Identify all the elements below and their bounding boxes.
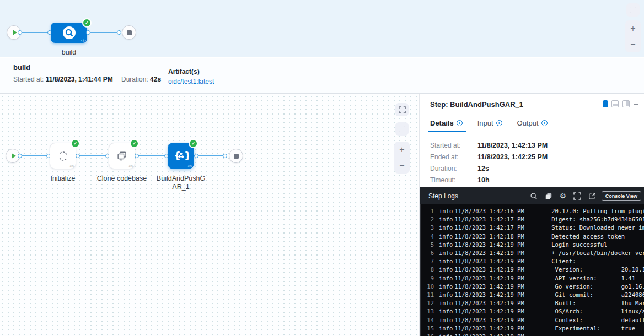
success-badge [83,19,90,26]
log-row: 12info11/8/2023 1:42:19 PM Built: Thu Ma… [422,299,644,307]
info-icon[interactable] [496,120,502,126]
step-node-clone-codebase[interactable] [109,143,135,169]
open-external-icon[interactable] [588,192,596,200]
panel-title: Step: BuildAndPushGAR_1 [430,100,523,109]
log-msg: API version: 1.41 [551,274,635,283]
detail-value: 11/8/2023, 1:42:13 PM [477,142,644,149]
tab-input[interactable]: Input [477,114,502,132]
log-lvl: info [439,316,453,324]
tab-output[interactable]: Output [517,114,548,132]
tab-details[interactable]: Details [430,114,463,132]
stage-summary-title: build [13,63,30,72]
duration-label: Duration: [121,75,150,83]
log-ln: 5 [422,241,434,249]
log-ts: 11/8/2023 1:42:16 PM [454,207,528,215]
log-lvl: info [439,215,453,224]
success-badge [131,140,138,147]
log-msg: + /usr/local/bin/docker version [551,249,644,257]
fullscreen-icon[interactable] [573,192,581,200]
zoom-out-button[interactable]: − [630,40,635,49]
log-row: 15info11/8/2023 1:42:19 PM Experimental:… [422,324,644,333]
settings-gear-icon[interactable]: ⚙ [560,192,566,199]
copy-icon[interactable] [545,192,552,200]
marquee-select-button[interactable] [626,3,640,17]
pipeline-end-node[interactable] [122,25,136,40]
fullscreen-icon [399,106,406,113]
log-msg: Detected access token [551,232,625,241]
search-icon[interactable] [530,192,538,200]
log-ts: 11/8/2023 1:42:19 PM [454,249,528,257]
zoom-in-button[interactable]: + [630,24,635,33]
stage-node-build[interactable] [51,23,87,43]
connector-port [76,154,80,158]
info-icon[interactable] [457,120,463,126]
canvas-fullscreen-button[interactable] [395,103,409,116]
connector-port [223,154,227,158]
log-ln: 1 [422,207,434,215]
layout-side-panel-icon[interactable] [622,100,630,107]
step-details-panel: Step: BuildAndPushGAR_1 Details Input Ou… [419,94,644,336]
log-msg: OS/Arch: linux/amd64 [551,307,644,316]
canvas-zoom-controls: + − [394,142,410,174]
console-view-button[interactable]: Console View [602,191,641,201]
log-lvl: info [439,307,453,316]
panel-layout-controls [603,100,638,107]
log-lvl: info [439,324,453,333]
log-lvl: info [439,265,453,274]
step-label-initialize: Initialize [30,175,96,183]
log-msg: 20.17.0: Pulling from plugins/gar [551,207,644,215]
step-node-initialize[interactable] [50,143,76,169]
step-node-buildandpushgar[interactable]: { } [168,143,194,169]
log-msg: Go version: go1.16.15 [551,283,644,291]
tab-input-label: Input [477,119,493,127]
log-msg: Digest: sha256:b7d9434b65010f038f8ec [551,215,644,224]
log-ts: 11/8/2023 1:42:19 PM [454,291,528,299]
log-rows[interactable]: 1info11/8/2023 1:42:16 PM20.17.0: Pullin… [420,204,644,336]
log-lvl: info [439,333,453,336]
log-ln: 12 [422,299,434,307]
artifact-link[interactable]: oidc/test1:latest [168,78,214,85]
code-glyph-icon [69,164,74,168]
log-ts: 11/8/2023 1:42:18 PM [454,232,528,241]
detail-value: 10h [477,176,644,184]
step-logs-header: Step Logs ⚙ [420,187,644,204]
layout-right-panel-icon[interactable] [603,100,608,107]
log-ln: 9 [422,274,434,283]
tab-output-label: Output [517,119,539,127]
detail-label: Duration: [430,165,477,172]
play-icon [13,30,17,35]
log-lvl: info [439,232,453,241]
detail-value: 11/8/2023, 1:42:25 PM [477,153,644,161]
pipeline-canvas[interactable]: Initialize Clone codebase { } BuildAndPu… [0,94,418,336]
zoom-in-button[interactable]: + [399,145,404,154]
log-lvl: info [439,299,453,307]
play-icon [12,153,16,159]
info-icon[interactable] [541,120,548,126]
stage-label: build [51,48,87,56]
log-msg: Experimental: true [551,324,635,333]
zoom-out-button[interactable]: − [399,161,404,170]
build-stage-icon [63,26,76,39]
log-msg: Status: Downloaded newer image for p [551,224,644,232]
steps-end-node[interactable] [229,149,243,163]
log-ts: 11/8/2023 1:42:19 PM [454,274,528,283]
log-ln: 6 [422,249,434,257]
log-ln: 15 [422,324,434,333]
minimize-panel-icon[interactable] [634,104,638,105]
log-row: 2info11/8/2023 1:42:17 PMDigest: sha256:… [422,215,644,224]
success-badge [190,140,197,147]
log-row: 5info11/8/2023 1:42:19 PMLogin successfu… [422,241,644,249]
detail-label: Ended at: [430,153,477,161]
canvas-marquee-select-button[interactable] [395,122,409,136]
code-glyph-icon [128,164,133,168]
layout-bottom-panel-icon[interactable] [611,100,619,107]
log-row: 13info11/8/2023 1:42:19 PM OS/Arch: linu… [422,307,644,316]
log-ln: 4 [422,232,434,241]
log-ts: 11/8/2023 1:42:19 PM [454,283,528,291]
connector-port [135,154,139,158]
log-ts: 11/8/2023 1:42:19 PM [454,241,528,249]
log-ln: 14 [422,316,434,324]
log-ts: 11/8/2023 1:42:17 PM [454,224,528,232]
code-glyph-icon [187,164,192,168]
log-ln: 11 [422,291,434,299]
